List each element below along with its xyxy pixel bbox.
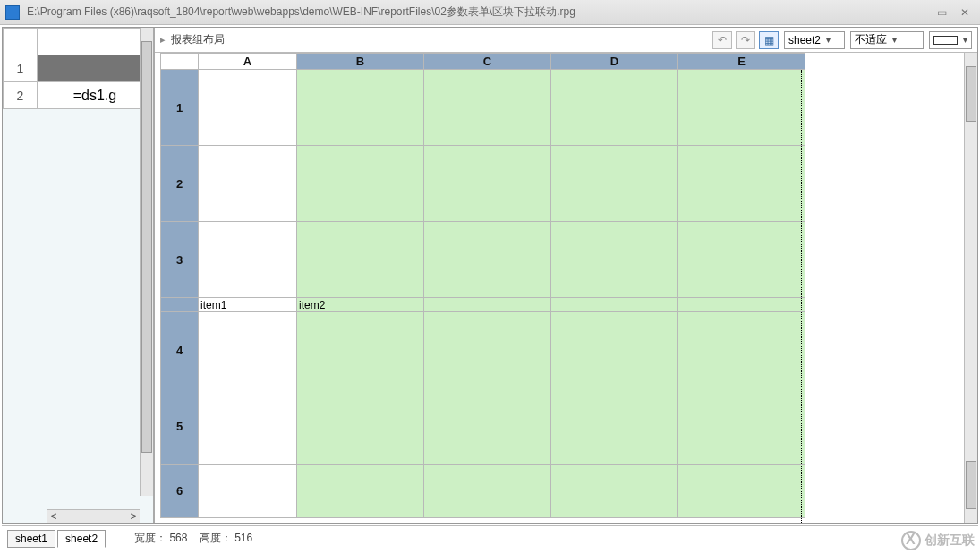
row-header-6[interactable]: 6	[161, 465, 199, 518]
cell[interactable]	[551, 70, 678, 146]
row-header-4[interactable]: 4	[161, 312, 199, 388]
cell[interactable]	[551, 312, 678, 388]
fit-select-value: 不适应	[855, 32, 887, 47]
chevron-down-icon: ▾	[963, 35, 967, 45]
watermark-logo-icon	[901, 531, 921, 550]
scroll-right-icon[interactable]: >	[127, 510, 140, 523]
expand-icon[interactable]: ▸	[160, 34, 166, 46]
left-scrollbar-v[interactable]	[140, 28, 153, 496]
right-scrollbar-v[interactable]	[964, 53, 977, 523]
dimension-info: 宽度： 568 高度： 516	[134, 531, 252, 546]
grid-corner	[161, 54, 199, 70]
scroll-thumb[interactable]	[141, 41, 152, 453]
cell[interactable]	[551, 388, 678, 465]
row-header-1[interactable]: 1	[161, 70, 199, 146]
report-grid[interactable]: ABCDE123item1item2456	[160, 53, 805, 518]
height-value: 516	[234, 532, 252, 544]
cell-item1[interactable]: item1	[199, 298, 297, 312]
cell[interactable]	[551, 222, 678, 298]
cell[interactable]	[551, 465, 678, 518]
row-header-5[interactable]: 5	[161, 388, 199, 465]
scroll-left-icon[interactable]: <	[47, 510, 60, 523]
sheet-tab-sheet2[interactable]: sheet2	[57, 530, 106, 548]
col-header-b[interactable]: B	[297, 54, 424, 70]
mini-cell-2[interactable]: =ds1.g	[38, 82, 153, 109]
scroll-thumb[interactable]	[966, 66, 976, 122]
col-header-c[interactable]: C	[424, 54, 551, 70]
maximize-button[interactable]: ▭	[932, 4, 951, 21]
mini-cell-1[interactable]	[38, 55, 153, 82]
cell[interactable]	[297, 146, 424, 222]
app-icon	[5, 5, 20, 20]
row-header-item[interactable]	[161, 298, 199, 312]
cell[interactable]	[424, 312, 551, 388]
mini-row[interactable]: 1	[4, 55, 153, 82]
row-header-3[interactable]: 3	[161, 222, 199, 298]
minimize-button[interactable]: —	[908, 4, 928, 21]
left-grid[interactable]: 1 2 =ds1.g < >	[3, 28, 153, 523]
cell[interactable]	[678, 146, 805, 222]
undo-button[interactable]: ↶	[712, 31, 732, 49]
cell[interactable]	[678, 388, 805, 465]
watermark: 创新互联	[901, 531, 975, 550]
redo-button[interactable]: ↷	[736, 31, 755, 49]
mini-row[interactable]: 2 =ds1.g	[4, 82, 153, 109]
window-title: E:\Program Files (x86)\raqsoft_1804\repo…	[27, 4, 908, 20]
cell[interactable]	[199, 388, 297, 465]
cell[interactable]	[678, 298, 805, 312]
mini-corner	[4, 29, 38, 55]
cell[interactable]	[678, 70, 805, 146]
cell[interactable]	[297, 222, 424, 298]
height-label: 高度：	[200, 532, 232, 544]
sheet-tab-sheet1[interactable]: sheet1	[7, 530, 55, 548]
cell[interactable]	[424, 70, 551, 146]
chevron-down-icon: ▾	[826, 35, 831, 45]
width-label: 宽度：	[134, 532, 166, 544]
cell[interactable]	[424, 465, 551, 518]
color-select[interactable]: ▾	[929, 31, 972, 49]
row-header-2[interactable]: 2	[161, 146, 199, 222]
main-area: 1 2 =ds1.g < > ⋮⋮ ▸ 报表组布局 ↶ ↷ ▦	[2, 27, 978, 524]
mini-row-hdr-2: 2	[4, 82, 38, 109]
col-header-a[interactable]: A	[199, 54, 297, 70]
cell[interactable]	[424, 222, 551, 298]
toolbar-title: 报表组布局	[171, 32, 709, 47]
page-break-line	[801, 70, 802, 523]
chevron-down-icon: ▾	[892, 35, 897, 45]
cell-item2[interactable]: item2	[297, 298, 424, 312]
cell[interactable]	[297, 465, 424, 518]
cell[interactable]	[199, 312, 297, 388]
mini-col-header	[38, 29, 153, 55]
cell[interactable]	[424, 146, 551, 222]
cell[interactable]	[424, 298, 551, 312]
cell[interactable]	[199, 146, 297, 222]
sheet-select[interactable]: sheet2 ▾	[784, 31, 845, 49]
cell[interactable]	[678, 465, 805, 518]
cell[interactable]	[551, 146, 678, 222]
color-swatch	[933, 36, 958, 45]
bottom-bar: sheet1sheet2 宽度： 568 高度： 516	[2, 525, 978, 550]
cell[interactable]	[199, 222, 297, 298]
cell[interactable]	[678, 312, 805, 388]
cell[interactable]	[199, 465, 297, 518]
cell[interactable]	[551, 298, 678, 312]
sheet-select-value: sheet2	[788, 34, 821, 47]
titlebar: E:\Program Files (x86)\raqsoft_1804\repo…	[0, 0, 980, 25]
close-button[interactable]: ✕	[955, 4, 975, 21]
fit-select[interactable]: 不适应 ▾	[850, 31, 924, 49]
mini-row-hdr-1: 1	[4, 55, 38, 82]
col-header-e[interactable]: E	[678, 54, 805, 70]
cell[interactable]	[297, 388, 424, 465]
col-header-d[interactable]: D	[551, 54, 678, 70]
cell[interactable]	[297, 70, 424, 146]
left-panel: 1 2 =ds1.g < >	[3, 28, 155, 523]
grid-toggle-button[interactable]: ▦	[759, 31, 779, 49]
cell[interactable]	[424, 388, 551, 465]
right-panel: ⋮⋮ ▸ 报表组布局 ↶ ↷ ▦ sheet2 ▾ 不适应 ▾ ▾ ABCDE1…	[155, 28, 977, 523]
cell[interactable]	[199, 70, 297, 146]
width-value: 568	[169, 532, 187, 544]
cell[interactable]	[678, 222, 805, 298]
scroll-thumb[interactable]	[966, 461, 976, 509]
left-scrollbar-h[interactable]: < >	[47, 509, 140, 523]
cell[interactable]	[297, 312, 424, 388]
